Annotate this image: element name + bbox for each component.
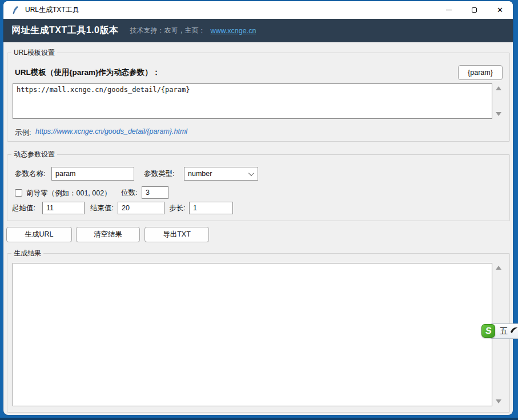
close-icon: ✕ [497, 6, 503, 14]
start-value-input[interactable] [42, 202, 85, 214]
example-url-text: https://www.xcnge.cn/goods_detail/{param… [35, 127, 187, 135]
url-template-textarea[interactable]: https://mall.xcnge.cn/goods_detail/{para… [13, 83, 492, 119]
minimize-button[interactable] [436, 1, 461, 19]
scroll-down-icon[interactable] [496, 399, 501, 403]
homepage-link[interactable]: www.xcnge.cn [210, 27, 256, 35]
param-type-select[interactable]: number [184, 167, 258, 181]
leading-zero-label: 前导零（例如：001, 002） [26, 187, 111, 199]
scroll-up-icon[interactable] [496, 266, 501, 270]
param-name-label: 参数名称: [15, 167, 45, 181]
params-group-label: 动态参数设置 [11, 150, 57, 158]
title-bar[interactable]: URL生成TXT工具 ✕ [3, 1, 513, 19]
insert-param-button[interactable]: {param} [458, 65, 503, 80]
chevron-down-icon [248, 170, 254, 176]
end-value-label: 结束值: [90, 202, 114, 214]
app-header-title: 网址生成TXT工具1.0版本 [11, 25, 118, 37]
param-name-input[interactable] [51, 167, 134, 181]
support-text: 技术支持：农哥，主页： [130, 26, 205, 35]
leading-zero-checkbox[interactable] [15, 189, 22, 197]
end-value-input[interactable] [118, 202, 164, 214]
minimize-icon [446, 10, 452, 10]
sogou-s-icon[interactable]: S [481, 324, 495, 338]
ime-indicator[interactable]: 五 S [481, 322, 518, 340]
maximize-button[interactable] [461, 1, 487, 19]
scroll-up-icon[interactable] [496, 86, 501, 90]
digits-input[interactable] [142, 186, 168, 199]
app-window: URL生成TXT工具 ✕ 网址生成TXT工具1.0版本 技术支持：农哥，主页： … [3, 1, 513, 415]
generate-url-button[interactable]: 生成URL [6, 227, 72, 242]
param-type-value: number [184, 170, 212, 178]
param-type-label: 参数类型: [144, 167, 174, 181]
close-button[interactable]: ✕ [487, 1, 513, 19]
ime-mode-label: 五 [500, 326, 508, 337]
app-header: 网址生成TXT工具1.0版本 技术支持：农哥，主页： www.xcnge.cn [3, 19, 513, 42]
result-group-label: 生成结果 [11, 249, 43, 257]
example-label: 示例: [15, 128, 31, 138]
export-txt-button[interactable]: 导出TXT [144, 227, 209, 242]
clear-result-button[interactable]: 清空结果 [76, 227, 140, 242]
digits-label: 位数: [121, 186, 137, 199]
maximize-icon [472, 7, 477, 13]
window-controls: ✕ [436, 1, 513, 19]
step-input[interactable] [189, 202, 233, 214]
desktop: { "window": { "title": "URL生成TXT工具", "co… [0, 0, 518, 420]
python-feather-icon[interactable] [11, 6, 20, 15]
window-title: URL生成TXT工具 [25, 5, 79, 15]
start-value-label: 起始值: [12, 202, 35, 214]
url-template-group-label: URL模板设置 [11, 49, 57, 57]
url-template-field-label: URL模板（使用{param}作为动态参数）： [15, 67, 160, 78]
scroll-down-icon[interactable] [496, 112, 501, 116]
ime-brush-icon [510, 326, 518, 335]
result-textarea[interactable] [13, 263, 492, 406]
step-label: 步长: [169, 202, 185, 214]
template-scrollbar[interactable] [493, 83, 503, 119]
taskbar-edge [0, 418, 518, 420]
